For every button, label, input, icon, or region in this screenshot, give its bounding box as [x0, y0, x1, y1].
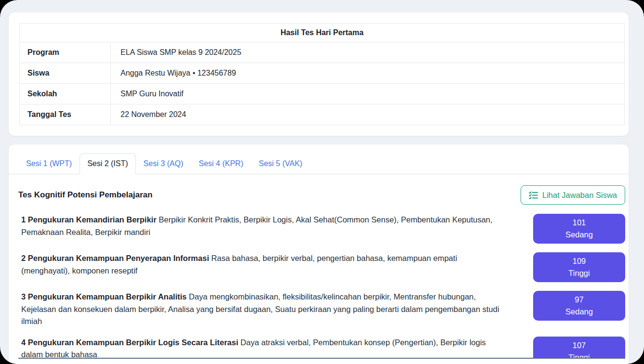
score-value: 107: [533, 339, 625, 351]
summary-row-label: Sekolah: [20, 84, 111, 104]
page-content: Hasil Tes Hari Pertama Program ELA Siswa…: [0, 0, 644, 364]
session-tab-5[interactable]: Sesi 5 (VAK): [251, 153, 310, 174]
session-tabs: Sesi 1 (WPT)Sesi 2 (IST)Sesi 3 (AQ)Sesi …: [9, 153, 629, 174]
summary-row-value: Angga Restu Wijaya • 123456789: [111, 63, 625, 84]
score-category: Sedang: [533, 229, 625, 241]
result-title: Pengukuran Kemampuan Berpikir Analitis: [28, 292, 187, 301]
score-value: 109: [533, 255, 625, 267]
result-row: 2 Pengukuran Kemampuan Penyerapan Inform…: [18, 252, 625, 282]
section-title: Tes Kognitif Potensi Pembelajaran: [18, 190, 152, 200]
score-category: Tinggi: [533, 267, 625, 279]
score-badge: 101 Sedang: [533, 214, 625, 244]
result-row: 3 Pengukuran Kemampuan Berpikir Analitis…: [18, 291, 625, 328]
score-value: 97: [533, 294, 625, 306]
result-title: Pengukuran Kemandirian Berpikir: [28, 215, 157, 224]
summary-row-label: Tanggal Tes: [20, 104, 111, 125]
result-description: 2 Pengukuran Kemampuan Penyerapan Inform…: [18, 252, 499, 277]
result-number: 2: [21, 254, 26, 262]
ist-section: Tes Kognitif Potensi Pembelajaran Lihat …: [9, 174, 629, 364]
section-header: Tes Kognitif Potensi Pembelajaran Lihat …: [18, 185, 625, 205]
result-number: 3: [21, 292, 26, 301]
list-check-icon: [529, 191, 538, 200]
app-window: Hasil Tes Hari Pertama Program ELA Siswa…: [0, 0, 644, 364]
score-badge: 109 Tinggi: [533, 252, 625, 282]
summary-row-value: ELA Siswa SMP kelas 9 2024/2025: [111, 42, 625, 63]
summary-table-row: Sekolah SMP Guru Inovatif: [20, 84, 625, 104]
next-section-divider: [18, 358, 625, 364]
view-answers-button-label: Lihat Jawaban Siswa: [542, 191, 617, 200]
result-description: 1 Pengukuran Kemandirian Berpikir Berpik…: [18, 214, 499, 238]
score-badge: 97 Sedang: [533, 291, 625, 321]
result-row: 1 Pengukuran Kemandirian Berpikir Berpik…: [18, 214, 625, 244]
summary-row-value: 22 November 2024: [111, 104, 625, 125]
view-answers-button[interactable]: Lihat Jawaban Siswa: [521, 185, 625, 205]
session-tab-2[interactable]: Sesi 2 (IST): [80, 153, 135, 174]
score-value: 101: [533, 217, 625, 229]
session-tab-3[interactable]: Sesi 3 (AQ): [136, 153, 191, 174]
result-number: 4: [21, 338, 26, 347]
test-summary-card: Hasil Tes Hari Pertama Program ELA Siswa…: [9, 13, 629, 136]
result-title: Pengukuran Kemampuan Berpikir Logis Seca…: [28, 338, 238, 347]
summary-table-row: Tanggal Tes 22 November 2024: [20, 104, 625, 125]
session-results-card: Sesi 1 (WPT)Sesi 2 (IST)Sesi 3 (AQ)Sesi …: [9, 144, 629, 364]
summary-table-row: Siswa Angga Restu Wijaya • 123456789: [20, 63, 625, 84]
result-number: 1: [21, 215, 26, 224]
result-description: 3 Pengukuran Kemampuan Berpikir Analitis…: [18, 291, 499, 328]
score-category: Sedang: [533, 306, 625, 318]
summary-table: Hasil Tes Hari Pertama Program ELA Siswa…: [19, 23, 625, 125]
results-list: 1 Pengukuran Kemandirian Berpikir Berpik…: [18, 214, 625, 364]
summary-table-row: Program ELA Siswa SMP kelas 9 2024/2025: [20, 42, 625, 63]
summary-table-title: Hasil Tes Hari Pertama: [20, 24, 625, 42]
summary-row-label: Program: [20, 42, 111, 63]
session-tab-1[interactable]: Sesi 1 (WPT): [18, 153, 80, 174]
summary-row-label: Siswa: [20, 63, 111, 84]
summary-row-value: SMP Guru Inovatif: [111, 84, 625, 104]
result-title: Pengukuran Kemampuan Penyerapan Informas…: [28, 254, 209, 262]
session-tab-4[interactable]: Sesi 4 (KPR): [191, 153, 251, 174]
